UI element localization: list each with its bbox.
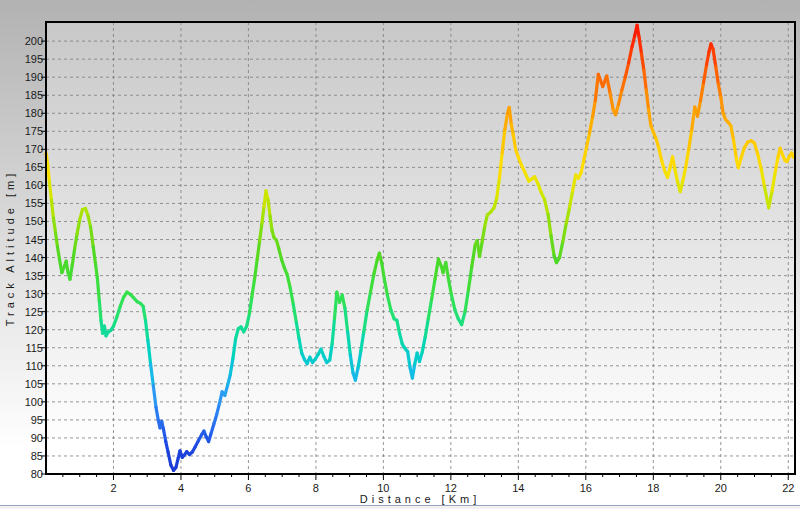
- y-tick-label: 185: [0, 89, 43, 101]
- x-tick-label: 20: [706, 482, 736, 494]
- x-tick-label: 22: [773, 482, 800, 494]
- y-tick-label: 85: [0, 450, 43, 462]
- x-tick-label: 4: [166, 482, 196, 494]
- y-axis-title: Track Altitude [m]: [4, 170, 16, 327]
- plot-area: [0, 0, 800, 509]
- x-tick-label: 16: [571, 482, 601, 494]
- y-tick-label: 200: [0, 35, 43, 47]
- y-tick-label: 120: [0, 324, 43, 336]
- y-tick-label: 125: [0, 306, 43, 318]
- x-tick-label: 18: [638, 482, 668, 494]
- y-tick-label: 180: [0, 107, 43, 119]
- x-tick-label: 14: [503, 482, 533, 494]
- x-axis-title: Distance [Km]: [360, 493, 480, 505]
- y-tick-label: 100: [0, 396, 43, 408]
- y-tick-label: 145: [0, 234, 43, 246]
- x-tick-label: 10: [368, 482, 398, 494]
- x-tick-label: 2: [98, 482, 128, 494]
- x-tick-label: 12: [436, 482, 466, 494]
- y-tick-label: 140: [0, 252, 43, 264]
- x-tick-label: 6: [233, 482, 263, 494]
- y-tick-label: 150: [0, 215, 43, 227]
- y-tick-label: 80: [0, 468, 43, 480]
- y-tick-label: 115: [0, 342, 43, 354]
- y-tick-label: 135: [0, 270, 43, 282]
- altitude-profile-chart: Track Altitude [m] Distance [Km] 8085909…: [0, 0, 800, 509]
- y-tick-label: 175: [0, 125, 43, 137]
- x-tick-label: 8: [301, 482, 331, 494]
- y-tick-label: 170: [0, 143, 43, 155]
- y-tick-label: 95: [0, 414, 43, 426]
- y-tick-label: 130: [0, 288, 43, 300]
- y-tick-label: 105: [0, 378, 43, 390]
- y-tick-label: 90: [0, 432, 43, 444]
- y-tick-label: 190: [0, 71, 43, 83]
- y-tick-label: 165: [0, 161, 43, 173]
- y-tick-label: 160: [0, 179, 43, 191]
- y-tick-label: 155: [0, 197, 43, 209]
- y-tick-label: 110: [0, 360, 43, 372]
- y-tick-label: 195: [0, 53, 43, 65]
